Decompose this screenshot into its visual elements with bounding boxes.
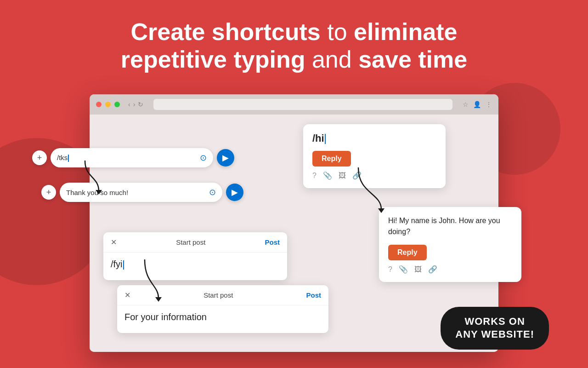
browser-nav: ‹ › ↻ [128, 101, 143, 108]
headline: Create shortcuts to eliminate repetitive… [0, 0, 588, 83]
headline-to: to [321, 18, 354, 45]
post-card-fyi: ✕ Start post Post /fyi [103, 232, 287, 280]
headline-save-time: save time [358, 46, 467, 73]
reply-card-1-actions: ? 📎 🖼 🔗 [312, 171, 436, 180]
post-link-2[interactable]: Post [306, 291, 321, 299]
reply-card-2-actions: ? 📎 🖼 🔗 [388, 265, 512, 274]
action-link-icon[interactable]: 🔗 [352, 171, 362, 180]
nav-refresh[interactable]: ↻ [138, 101, 143, 108]
close-button-fyi[interactable]: ✕ [111, 238, 117, 247]
edit-icon-2: ⊙ [209, 187, 216, 197]
action2-link-icon[interactable]: 🔗 [428, 265, 437, 274]
reply-button-1[interactable]: Reply [312, 151, 351, 167]
reply-card-john-body: Hi! My name is John. How are you doing? [388, 215, 512, 237]
text-cursor-1 [68, 155, 69, 162]
action2-help-icon[interactable]: ? [388, 265, 392, 274]
browser-addressbar[interactable] [153, 99, 452, 110]
start-post-label-2: Start post [204, 291, 233, 299]
menu-icon[interactable]: ⋮ [486, 101, 492, 108]
action-clip-icon[interactable]: 📎 [323, 171, 332, 180]
post-card-full: ✕ Start post Post For your information [117, 285, 328, 333]
edit-icon-1: ⊙ [200, 153, 207, 163]
traffic-light-yellow[interactable] [105, 102, 111, 107]
action-help-icon[interactable]: ? [312, 172, 317, 180]
nav-forward[interactable]: › [133, 101, 136, 108]
headline-create-shortcuts: Create shortcuts [131, 18, 321, 45]
close-button-full[interactable]: ✕ [124, 291, 130, 299]
reply-card-hi: /hi Reply ? 📎 🖼 🔗 [303, 124, 446, 188]
post-card-fyi-body[interactable]: /fyi [103, 253, 287, 280]
reply-button-2[interactable]: Reply [388, 245, 427, 260]
works-badge: WORKS ON ANY WEBSITE! [441, 307, 549, 350]
works-badge-text: WORKS ON ANY WEBSITE! [455, 315, 534, 341]
avatar-icon[interactable]: 👤 [473, 101, 481, 108]
cursor-fyi [123, 260, 124, 270]
chat-input-tks[interactable]: /tks ⊙ [51, 148, 213, 167]
input-row-tks: + /tks ⊙ ▶ [32, 148, 234, 167]
action2-image-icon[interactable]: 🖼 [414, 265, 422, 274]
post-card-fyi-header: ✕ Start post Post [103, 232, 287, 253]
traffic-light-green[interactable] [114, 102, 120, 107]
post-card-full-header: ✕ Start post Post [117, 285, 328, 305]
headline-eliminate: eliminate [354, 18, 457, 45]
plus-button-2[interactable]: + [41, 185, 56, 200]
chat-input-tks-text: /tks [57, 154, 196, 162]
chat-input-thankyou[interactable]: Thank you so much! ⊙ [60, 183, 222, 202]
headline-and: and [305, 46, 358, 73]
nav-back[interactable]: ‹ [128, 101, 130, 108]
post-link-1[interactable]: Post [265, 238, 280, 246]
cursor-hi [325, 134, 326, 144]
reply-card-hi-input[interactable]: /hi [312, 132, 436, 144]
send-icon-1: ▶ [222, 153, 229, 163]
traffic-light-red[interactable] [96, 102, 102, 107]
start-post-label-1: Start post [176, 238, 205, 246]
star-icon[interactable]: ☆ [463, 101, 469, 108]
send-button-1[interactable]: ▶ [217, 149, 234, 167]
action-image-icon[interactable]: 🖼 [339, 172, 346, 180]
headline-repetitive: repetitive typing [121, 46, 305, 73]
input-row-thankyou: + Thank you so much! ⊙ ▶ [41, 183, 243, 202]
browser-titlebar: ‹ › ↻ ☆ 👤 ⋮ [90, 94, 498, 115]
post-card-full-body: For your information [117, 305, 328, 333]
reply-card-john: Hi! My name is John. How are you doing? … [379, 207, 521, 282]
plus-button-1[interactable]: + [32, 150, 47, 165]
chat-input-thankyou-text: Thank you so much! [66, 189, 205, 196]
send-button-2[interactable]: ▶ [226, 184, 243, 201]
browser-icons: ☆ 👤 ⋮ [463, 101, 492, 108]
send-icon-2: ▶ [232, 187, 238, 197]
action2-clip-icon[interactable]: 📎 [399, 265, 408, 274]
